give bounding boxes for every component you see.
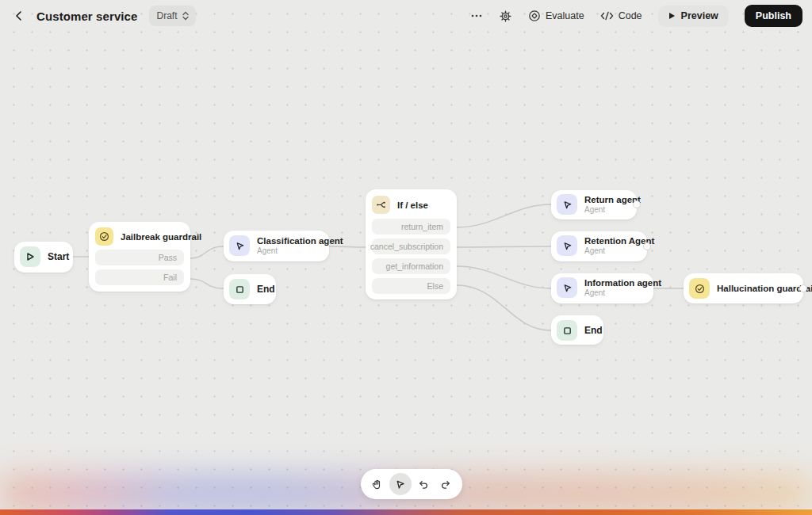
node-hallucination-guardrail[interactable]: Hallucination guardrail bbox=[684, 273, 803, 303]
branch-fail: Fail bbox=[95, 269, 184, 285]
edge-else-end bbox=[457, 285, 551, 330]
node-subtitle: Agent bbox=[584, 205, 641, 214]
edge-getinfo-information bbox=[457, 266, 551, 288]
publish-label: Publish bbox=[756, 10, 791, 21]
edge-pass-classification bbox=[190, 246, 224, 258]
port-retention-agent[interactable] bbox=[643, 242, 651, 250]
port-return-agent[interactable] bbox=[633, 200, 641, 208]
node-start[interactable]: Start bbox=[14, 242, 73, 273]
play-icon bbox=[668, 12, 676, 20]
ellipsis-icon bbox=[470, 10, 483, 22]
node-title: Hallucination guardrail bbox=[717, 284, 812, 293]
node-title: End bbox=[257, 284, 275, 295]
canvas-tool-dock bbox=[361, 469, 462, 499]
node-classification-agent[interactable]: Classification agent Agent bbox=[224, 231, 329, 261]
code-icon bbox=[600, 10, 614, 21]
redo-icon bbox=[440, 479, 452, 490]
agent-cursor-icon bbox=[557, 277, 577, 298]
redo-button[interactable] bbox=[435, 473, 458, 495]
node-return-agent[interactable]: Return agent Agent bbox=[551, 190, 637, 219]
node-title: Start bbox=[48, 251, 69, 262]
status-dropdown[interactable]: Draft bbox=[149, 6, 196, 26]
pan-tool-button[interactable] bbox=[366, 473, 389, 495]
back-button[interactable] bbox=[10, 6, 29, 25]
node-title: Information agent bbox=[584, 278, 661, 288]
node-title: End bbox=[584, 325, 603, 336]
node-title: Jailbreak guardrail bbox=[121, 232, 201, 242]
publish-button[interactable]: Publish bbox=[745, 5, 802, 27]
stop-square-icon bbox=[557, 320, 577, 341]
branch-icon bbox=[372, 196, 390, 214]
node-end-upper[interactable]: End bbox=[224, 274, 276, 304]
stop-square-icon bbox=[229, 279, 250, 299]
status-label: Draft bbox=[157, 10, 178, 21]
guardrail-check-icon bbox=[95, 227, 113, 246]
node-information-agent[interactable]: Information agent Agent bbox=[551, 273, 653, 303]
page-title: Customer service bbox=[36, 10, 138, 23]
chevron-up-down-icon bbox=[182, 11, 190, 21]
code-label: Code bbox=[619, 10, 642, 21]
hand-icon bbox=[371, 479, 383, 490]
edge-returnitem-returnagent bbox=[457, 204, 551, 227]
node-subtitle: Agent bbox=[257, 246, 343, 255]
chevron-left-icon bbox=[13, 10, 25, 21]
agent-cursor-icon bbox=[557, 235, 577, 256]
evaluate-icon bbox=[528, 10, 541, 22]
gear-icon bbox=[499, 10, 512, 23]
node-end-lower[interactable]: End bbox=[551, 315, 603, 345]
preview-label: Preview bbox=[681, 10, 718, 21]
evaluate-label: Evaluate bbox=[546, 10, 584, 21]
edge-fail-end bbox=[190, 279, 224, 288]
branch-pass: Pass bbox=[95, 250, 184, 265]
settings-button[interactable] bbox=[499, 10, 512, 23]
select-tool-button[interactable] bbox=[389, 473, 412, 495]
node-jailbreak-guardrail[interactable]: Jailbreak guardrail Pass Fail bbox=[89, 222, 190, 292]
edge-cancel-retention bbox=[457, 246, 551, 247]
undo-icon bbox=[417, 479, 429, 490]
port-hallucination-guardrail[interactable] bbox=[799, 284, 807, 292]
branch-else: Else bbox=[372, 278, 450, 294]
guardrail-check-icon bbox=[689, 278, 710, 299]
agent-cursor-icon bbox=[229, 235, 250, 256]
agent-cursor-icon bbox=[557, 194, 577, 215]
node-retention-agent[interactable]: Retention Agent Agent bbox=[551, 231, 647, 261]
node-title: Classification agent bbox=[257, 236, 343, 246]
branch-return-item: return_item bbox=[372, 219, 450, 235]
node-subtitle: Agent bbox=[584, 288, 661, 297]
undo-button[interactable] bbox=[412, 473, 435, 495]
cursor-icon bbox=[394, 479, 406, 490]
node-if-else[interactable]: If / else return_item cancel_subscriptio… bbox=[366, 189, 457, 299]
more-options-button[interactable] bbox=[470, 10, 483, 22]
node-title: If / else bbox=[397, 200, 428, 210]
play-icon bbox=[20, 246, 40, 267]
preview-button[interactable]: Preview bbox=[658, 6, 729, 27]
branch-cancel-subscription: cancel_subscription bbox=[372, 238, 450, 254]
evaluate-button[interactable]: Evaluate bbox=[528, 10, 584, 22]
top-bar: Customer service Draft Evaluate Code Pre… bbox=[0, 0, 812, 32]
branch-get-information: get_information bbox=[372, 258, 450, 274]
code-button[interactable]: Code bbox=[600, 10, 642, 21]
